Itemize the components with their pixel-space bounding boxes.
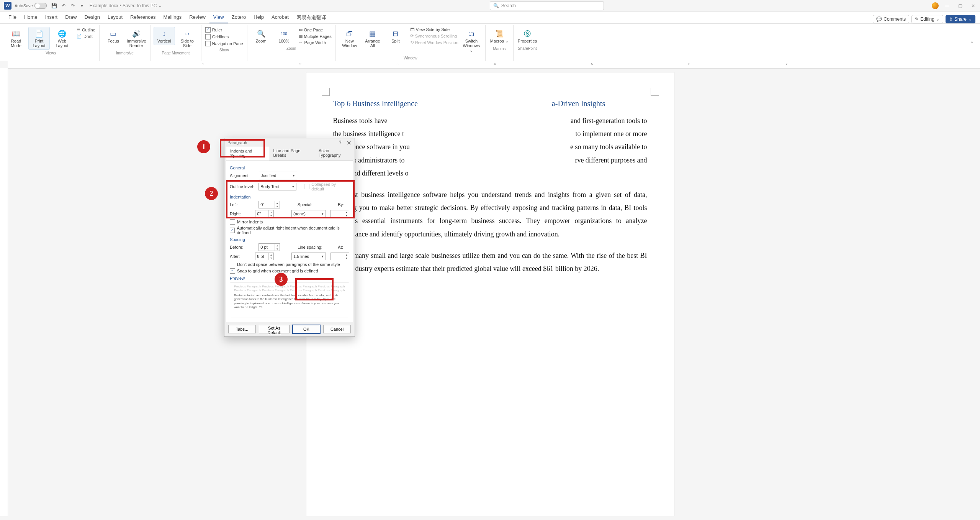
- tabs-button[interactable]: Tabs...: [228, 325, 256, 333]
- tab-design[interactable]: Design: [81, 12, 104, 23]
- doc-heading: Top 6 Business Intelligence xxxxxxxxxxxx…: [333, 99, 647, 108]
- new-window-icon: 🗗: [340, 29, 359, 39]
- autosave-toggle[interactable]: [34, 3, 47, 9]
- line-spacing-combo[interactable]: 1.5 lines▼: [291, 253, 326, 260]
- tab-file[interactable]: File: [5, 12, 20, 23]
- navpane-checkbox[interactable]: Navigation Pane: [205, 41, 244, 47]
- sync-scroll-button[interactable]: ⟳ Synchronous Scrolling: [409, 33, 459, 39]
- outline-combo[interactable]: Body Text▼: [258, 183, 296, 190]
- ruler-checkbox[interactable]: ✓Ruler: [205, 27, 244, 33]
- zoom-icon: 🔍: [252, 29, 271, 39]
- tab-acrobat[interactable]: Acrobat: [268, 12, 293, 23]
- alignment-combo[interactable]: Justified▼: [259, 172, 297, 179]
- tab-draw[interactable]: Draw: [61, 12, 80, 23]
- side-by-side-icon: 🗔: [410, 27, 414, 32]
- redo-icon[interactable]: ↷: [69, 2, 76, 9]
- left-indent-spinner[interactable]: 0"▲▼: [258, 201, 280, 208]
- switch-windows-button[interactable]: 🗂Switch Windows ⌄: [461, 27, 482, 55]
- minimize-button[interactable]: —: [944, 3, 950, 8]
- special-combo[interactable]: (none)▼: [291, 210, 326, 218]
- snap-grid-checkbox[interactable]: ✓: [230, 268, 235, 274]
- tab-mailings[interactable]: Mailings: [160, 12, 186, 23]
- user-avatar-icon[interactable]: [932, 2, 939, 9]
- arrange-all-button[interactable]: ▦Arrange All: [362, 27, 383, 50]
- document-page[interactable]: Top 6 Business Intelligence xxxxxxxxxxxx…: [306, 72, 674, 516]
- tab-home[interactable]: Home: [20, 12, 41, 23]
- close-button[interactable]: ✕: [970, 3, 976, 8]
- at-spinner[interactable]: ▲▼: [330, 253, 349, 260]
- group-show: ✓Ruler Gridlines Navigation Pane Show: [201, 25, 247, 61]
- vertical-button[interactable]: ↕Vertical: [154, 27, 175, 45]
- multi-page-icon: ▥: [299, 34, 303, 39]
- group-immersive: ▭Focus 🔊Immersive Reader Immersive: [100, 25, 151, 61]
- tab-references[interactable]: References: [126, 12, 159, 23]
- tab-line-page-breaks[interactable]: Line and Page Breaks: [269, 147, 315, 161]
- right-indent-spinner[interactable]: 0"▲▼: [255, 210, 274, 218]
- preview-box: Previous Paragraph Previous Paragraph Pr…: [230, 282, 349, 318]
- one-page-button[interactable]: ▭ One Page: [298, 27, 332, 33]
- tab-zotero[interactable]: Zotero: [228, 12, 250, 23]
- multi-page-button[interactable]: ▥ Multiple Pages: [298, 33, 332, 39]
- new-window-button[interactable]: 🗗New Window: [339, 27, 360, 50]
- tab-insert[interactable]: Insert: [41, 12, 62, 23]
- by-spinner[interactable]: ▲▼: [330, 210, 349, 218]
- tab-help[interactable]: Help: [250, 12, 268, 23]
- tab-review[interactable]: Review: [185, 12, 209, 23]
- cancel-button[interactable]: Cancel: [323, 325, 351, 333]
- search-input[interactable]: 🔍 Search: [490, 1, 604, 10]
- no-add-space-checkbox[interactable]: [230, 262, 235, 267]
- page-width-button[interactable]: ↔ Page Width: [298, 40, 332, 45]
- help-button[interactable]: ?: [339, 140, 341, 146]
- tab--[interactable]: 网易有道翻译: [293, 12, 330, 23]
- editing-mode-button[interactable]: ✎ Editing ⌄: [911, 15, 943, 23]
- crop-mark-icon: [322, 88, 330, 96]
- maximize-button[interactable]: ▢: [957, 3, 963, 8]
- ok-button[interactable]: OK: [293, 325, 320, 333]
- page-width-icon: ↔: [299, 40, 303, 45]
- snap-grid-label: Snap to grid when document grid is defin…: [237, 269, 318, 273]
- alignment-label: Alignment:: [230, 173, 257, 178]
- qat-more-icon[interactable]: ▾: [79, 2, 85, 9]
- annotation-circle-1: 1: [197, 140, 210, 153]
- horizontal-ruler[interactable]: 1 2 3 4 5 6 7: [8, 61, 980, 69]
- gridlines-checkbox[interactable]: Gridlines: [205, 34, 244, 40]
- auto-adjust-checkbox[interactable]: ✓: [230, 228, 235, 233]
- collapse-ribbon-button[interactable]: ⌃: [966, 38, 978, 48]
- properties-button[interactable]: ⓈProperties: [517, 27, 538, 45]
- tab-asian-typography[interactable]: Asian Typography: [315, 147, 353, 161]
- comments-button[interactable]: 💬 Comments: [873, 15, 909, 23]
- dialog-close-button[interactable]: ✕: [347, 140, 352, 146]
- macros-icon: 📜: [490, 29, 509, 39]
- tab-layout[interactable]: Layout: [104, 12, 126, 23]
- draft-icon: 📄: [77, 34, 82, 39]
- share-button[interactable]: ⇪ Share ⌄: [946, 15, 975, 23]
- undo-icon[interactable]: ↶: [60, 2, 67, 9]
- after-spinner[interactable]: 8 pt▲▼: [255, 253, 274, 260]
- dialog-title: Paragraph: [227, 140, 247, 145]
- draft-button[interactable]: 📄 Draft: [76, 33, 96, 39]
- zoom-100-button[interactable]: 100100%: [273, 27, 295, 45]
- web-layout-button[interactable]: 🌐Web Layout: [51, 27, 73, 50]
- reset-window-button[interactable]: ⟲ Reset Window Position: [409, 39, 459, 45]
- doc-title[interactable]: Example.docx • Saved to this PC ⌄: [90, 3, 162, 8]
- macros-button[interactable]: 📜Macros ⌄: [489, 27, 510, 46]
- section-preview-label: Preview: [230, 276, 349, 281]
- focus-icon: ▭: [104, 29, 123, 39]
- print-layout-button[interactable]: 📄Print Layout: [28, 27, 50, 50]
- view-side-by-side-button[interactable]: 🗔 View Side by Side: [409, 27, 459, 32]
- autosave-label: AutoSave: [15, 3, 33, 8]
- focus-button[interactable]: ▭Focus: [103, 27, 124, 45]
- tab-view[interactable]: View: [209, 12, 228, 23]
- zoom-button[interactable]: 🔍Zoom: [250, 27, 272, 45]
- read-mode-button[interactable]: 📖Read Mode: [5, 27, 27, 50]
- set-default-button[interactable]: Set As Default: [259, 325, 290, 333]
- outline-button[interactable]: ☰ Outline: [76, 27, 96, 33]
- vertical-ruler[interactable]: [0, 68, 8, 516]
- save-icon[interactable]: 💾: [51, 2, 58, 9]
- immersive-reader-button[interactable]: 🔊Immersive Reader: [126, 27, 147, 50]
- before-spinner[interactable]: 0 pt▲▼: [258, 243, 280, 251]
- mirror-indents-checkbox[interactable]: [230, 219, 235, 225]
- split-button[interactable]: ⊟Split: [385, 27, 406, 45]
- side-to-side-button[interactable]: ↔Side to Side: [177, 27, 198, 50]
- tab-indents-spacing[interactable]: Indents and Spacing: [226, 147, 269, 161]
